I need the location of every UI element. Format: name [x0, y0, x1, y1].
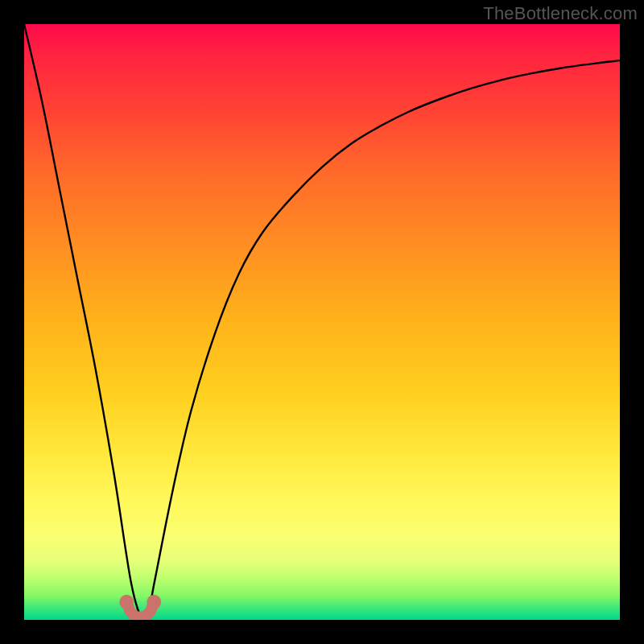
min-marker-dot	[147, 595, 161, 609]
chart-frame: TheBottleneck.com	[0, 0, 644, 644]
chart-svg	[24, 24, 620, 620]
min-marker-dot	[119, 595, 134, 609]
min-marker-cluster	[119, 595, 161, 617]
watermark-text: TheBottleneck.com	[483, 3, 638, 24]
bottleneck-curve	[24, 24, 620, 620]
plot-area	[24, 24, 620, 620]
